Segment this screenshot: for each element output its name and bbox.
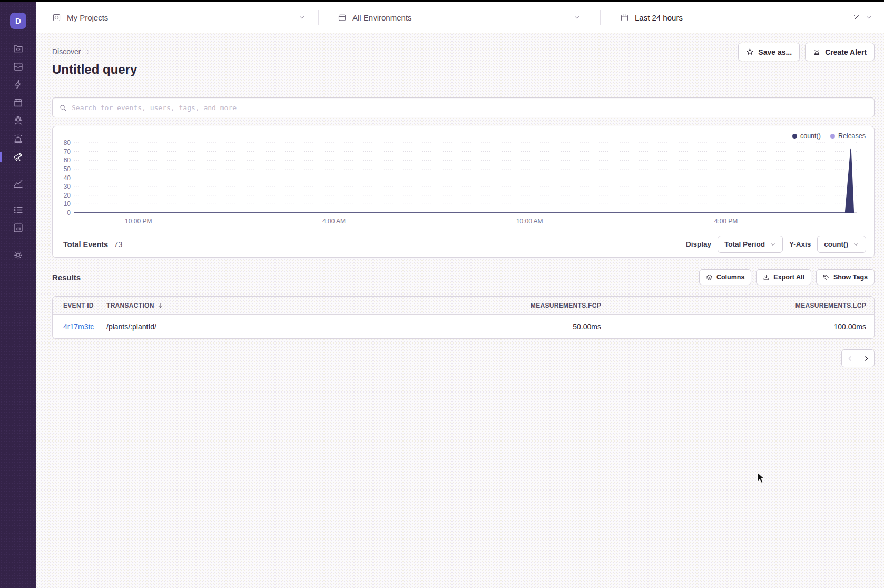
avatar[interactable]: D (10, 13, 26, 29)
svg-text:0: 0 (67, 209, 71, 217)
date-range-label: Last 24 hours (635, 13, 683, 22)
sidebar-item-stats[interactable] (0, 220, 36, 238)
telescope-icon (13, 151, 24, 164)
chevron-down-icon (770, 241, 776, 248)
fcp-cell: 50.00ms (359, 322, 601, 331)
pagination-prev-button[interactable] (841, 349, 858, 367)
y-axis-label: Y-Axis (789, 240, 811, 248)
inbox-icon (13, 61, 24, 74)
transaction-cell: /plants/:plantId/ (106, 322, 359, 331)
sidebar-item-dashboards[interactable] (0, 175, 36, 193)
headset-icon (13, 115, 24, 128)
legend-label-releases: Releases (838, 132, 866, 140)
page-title: Untitled query (52, 62, 875, 77)
code-window-icon (52, 13, 61, 22)
breadcrumb-label: Discover (52, 47, 81, 56)
project-selector[interactable]: My Projects (52, 2, 318, 33)
star-icon (746, 48, 754, 56)
siren-icon (813, 48, 821, 56)
y-axis-select[interactable]: count() (817, 236, 866, 253)
column-header-measurements-lcp[interactable]: MEASUREMENTS.LCP (601, 302, 866, 309)
window-icon (338, 13, 347, 22)
legend-label-count: count() (800, 132, 821, 140)
total-events-value: 73 (114, 240, 122, 249)
save-as-button[interactable]: Save as... (738, 43, 800, 61)
main-content: Discover Save as... Create Alert Untitle… (36, 33, 884, 588)
sidebar-item-issues[interactable] (0, 58, 36, 76)
pagination-next-button[interactable] (858, 349, 875, 367)
chevron-down-icon (853, 241, 859, 248)
svg-text:4:00 AM: 4:00 AM (322, 218, 346, 225)
export-all-button[interactable]: Export All (756, 269, 811, 285)
code-folder-icon (13, 43, 24, 56)
results-table: EVENT ID TRANSACTION MEASUREMENTS.FCP ME… (52, 296, 875, 339)
chevron-down-icon (573, 14, 581, 21)
sidebar-item-discover[interactable] (0, 148, 36, 166)
sidebar-item-user-feedback[interactable] (0, 112, 36, 130)
chevron-down-icon[interactable] (865, 14, 872, 21)
tag-icon (823, 274, 830, 281)
siren-icon (13, 133, 24, 146)
sidebar-item-projects[interactable] (0, 41, 36, 58)
sidebar-item-settings[interactable] (0, 247, 36, 265)
bar-chart-icon (13, 222, 24, 236)
chevron-left-icon (847, 355, 853, 362)
environment-selector[interactable]: All Environments (319, 2, 600, 33)
sidebar-item-releases[interactable] (0, 94, 36, 112)
create-alert-label: Create Alert (825, 48, 867, 56)
event-id-link[interactable]: 4r17m3tc (63, 322, 106, 331)
screen-top-strip (0, 0, 884, 2)
sidebar: D (0, 0, 36, 588)
y-axis-select-value: count() (824, 240, 848, 248)
sidebar-item-performance[interactable] (0, 76, 36, 94)
close-icon[interactable] (853, 14, 860, 21)
line-chart-icon (13, 178, 24, 191)
topbar: My Projects All Environments Last 24 hou… (36, 0, 884, 33)
show-tags-button[interactable]: Show Tags (816, 269, 875, 285)
chart-plot[interactable]: 0102030405060708010:00 PM4:00 AM10:00 AM… (53, 126, 874, 231)
legend-item-releases[interactable]: Releases (830, 132, 866, 140)
legend-dot-count (792, 134, 797, 139)
table-row: 4r17m3tc /plants/:plantId/ 50.00ms 100.0… (53, 314, 874, 338)
chart-footer: Total Events 73 Display Total Period Y-A… (53, 231, 874, 257)
svg-text:4:00 PM: 4:00 PM (714, 218, 738, 225)
search-input[interactable] (72, 104, 868, 112)
sort-desc-icon (157, 302, 163, 309)
lightning-icon (13, 79, 24, 92)
svg-text:20: 20 (64, 192, 71, 199)
svg-text:30: 30 (64, 183, 71, 190)
create-alert-button[interactable]: Create Alert (805, 43, 875, 61)
svg-text:40: 40 (64, 174, 71, 182)
results-title: Results (52, 273, 81, 282)
chevron-right-icon (85, 49, 91, 55)
columns-label: Columns (716, 273, 744, 281)
column-header-transaction[interactable]: TRANSACTION (106, 302, 359, 309)
calendar-icon (620, 13, 629, 22)
svg-text:50: 50 (64, 165, 71, 173)
list-icon (13, 204, 24, 218)
chevron-down-icon (298, 14, 306, 21)
svg-text:60: 60 (64, 156, 71, 164)
date-range-selector[interactable]: Last 24 hours (601, 2, 884, 33)
sidebar-item-alerts[interactable] (0, 130, 36, 148)
environment-selector-label: All Environments (352, 13, 412, 22)
sidebar-item-monitors[interactable] (0, 202, 36, 220)
svg-text:10:00 AM: 10:00 AM (516, 218, 543, 225)
display-select[interactable]: Total Period (718, 236, 783, 253)
chart-svg: 0102030405060708010:00 PM4:00 AM10:00 AM… (53, 126, 874, 231)
gear-icon (13, 250, 24, 263)
export-all-label: Export All (773, 273, 804, 281)
svg-text:10: 10 (64, 200, 71, 208)
breadcrumb[interactable]: Discover (52, 47, 91, 56)
chart-panel: 0102030405060708010:00 PM4:00 AM10:00 AM… (52, 126, 875, 258)
search-bar[interactable] (52, 97, 875, 117)
legend-item-count[interactable]: count() (792, 132, 821, 140)
column-header-event-id[interactable]: EVENT ID (63, 302, 106, 309)
download-icon (763, 274, 770, 281)
active-indicator (0, 152, 2, 162)
column-header-measurements-fcp[interactable]: MEASUREMENTS.FCP (359, 302, 601, 309)
package-icon (13, 97, 24, 110)
search-icon (59, 104, 67, 112)
pagination (52, 349, 875, 367)
columns-button[interactable]: Columns (699, 269, 751, 285)
